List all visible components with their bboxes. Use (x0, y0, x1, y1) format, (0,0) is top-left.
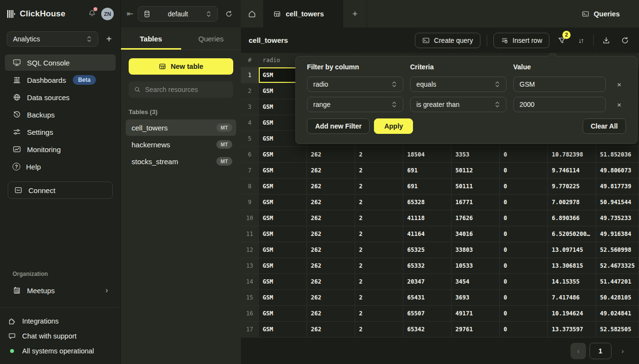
table-cell[interactable]: 65431 (403, 290, 452, 306)
table-cell[interactable]: 16771 (452, 195, 500, 210)
table-cell[interactable]: 2 (355, 258, 403, 274)
table-cell[interactable]: 262 (307, 242, 355, 258)
table-cell[interactable]: GSM (259, 179, 307, 195)
table-cell[interactable]: 0 (500, 195, 548, 210)
table-cell[interactable]: 2 (355, 195, 403, 210)
table-cell[interactable]: 2 (355, 210, 403, 226)
table-cell[interactable]: 13.306815 (548, 258, 596, 274)
table-cell[interactable]: 0 (500, 163, 548, 179)
current-page-button[interactable]: 1 (589, 343, 612, 359)
queries-button[interactable]: Queries (582, 10, 620, 18)
table-cell[interactable]: 7.417486 (548, 290, 596, 306)
table-cell[interactable]: 33803 (452, 242, 500, 258)
table-cell[interactable]: 0 (500, 210, 548, 226)
create-query-button[interactable]: Create query (415, 33, 480, 48)
row-number[interactable]: 17 (241, 322, 259, 338)
sidebar-item-settings[interactable]: Settings (5, 124, 116, 140)
row-number[interactable]: 4 (241, 115, 259, 131)
table-cell[interactable]: 49.806073 (596, 163, 639, 179)
table-cell[interactable]: 49.817739 (596, 179, 639, 195)
table-cell[interactable]: 2 (355, 147, 403, 163)
table-cell[interactable]: 49.735233 (596, 210, 639, 226)
table-cell[interactable]: 49171 (452, 306, 500, 322)
system-status[interactable]: All systems operational (0, 343, 120, 358)
remove-filter-button[interactable]: × (612, 101, 626, 109)
table-cell[interactable]: GSM (259, 242, 307, 258)
row-number[interactable]: 14 (241, 274, 259, 290)
table-cell[interactable]: GSM (259, 147, 307, 163)
table-cell[interactable]: 10.194624 (548, 306, 596, 322)
table-cell[interactable]: 51.447201 (596, 274, 639, 290)
row-number[interactable]: 1 (241, 67, 259, 83)
row-number[interactable]: 12 (241, 242, 259, 258)
table-cell[interactable]: 52.582505 (596, 322, 639, 338)
table-cell[interactable]: GSM (259, 274, 307, 290)
refresh-button[interactable] (619, 34, 631, 47)
table-cell[interactable]: 52.560998 (596, 242, 639, 258)
workspace-select[interactable]: Analytics (7, 31, 98, 47)
filter-criteria-select[interactable]: equals (410, 77, 506, 92)
table-cell[interactable]: 3693 (452, 290, 500, 306)
table-cell[interactable]: 65507 (403, 306, 452, 322)
table-cell[interactable]: 0 (500, 258, 548, 274)
table-cell[interactable]: 691 (403, 179, 452, 195)
table-cell[interactable]: 3353 (452, 147, 500, 163)
row-number[interactable]: 2 (241, 83, 259, 99)
table-cell[interactable]: 9.770225 (548, 179, 596, 195)
table-cell[interactable]: 41164 (403, 226, 452, 242)
row-number[interactable]: 15 (241, 290, 259, 306)
table-cell[interactable]: 2 (355, 226, 403, 242)
connect-button[interactable]: Connect (8, 182, 113, 199)
filter-value-input[interactable] (513, 77, 606, 92)
apply-filters-button[interactable]: Apply (374, 118, 413, 134)
table-cell[interactable]: 13.097145 (548, 242, 596, 258)
next-page-button[interactable]: › (615, 343, 630, 359)
table-cell[interactable]: 0 (500, 242, 548, 258)
table-cell[interactable]: 14.15355 (548, 274, 596, 290)
filter-criteria-select[interactable]: is greater than (410, 97, 506, 112)
sidebar-item-help[interactable]: ? Help (5, 158, 116, 175)
filter-value-input[interactable] (513, 97, 606, 112)
sidebar-item-data-sources[interactable]: Data sources (5, 89, 116, 105)
row-number[interactable]: 3 (241, 99, 259, 115)
previous-page-button[interactable]: ‹ (571, 343, 586, 359)
table-cell[interactable]: 2 (355, 242, 403, 258)
tab-tables[interactable]: Tables (121, 27, 181, 50)
insert-row-button[interactable]: Insert row (493, 33, 549, 48)
table-cell[interactable]: 2 (355, 179, 403, 195)
list-item-hackernews[interactable]: hackernews MT (126, 136, 236, 153)
add-workspace-button[interactable]: + (104, 33, 114, 45)
row-number[interactable]: 16 (241, 306, 259, 322)
collapse-panel-button[interactable]: ⇤ (127, 9, 133, 18)
table-cell[interactable]: 52.4673325 (596, 258, 639, 274)
table-cell[interactable]: GSM (259, 226, 307, 242)
new-table-button[interactable]: New table (129, 58, 233, 75)
row-number[interactable]: 8 (241, 179, 259, 195)
sidebar-item-sql-console[interactable]: SQL Console (5, 54, 116, 71)
table-cell[interactable]: 0 (500, 274, 548, 290)
table-cell[interactable]: 262 (307, 195, 355, 210)
list-item-cell-towers[interactable]: cell_towers MT (126, 119, 236, 136)
row-number[interactable]: 5 (241, 131, 259, 147)
new-tab-button[interactable]: + (343, 0, 367, 27)
row-number-header[interactable]: # (241, 53, 259, 67)
table-cell[interactable]: 262 (307, 179, 355, 195)
add-filter-button[interactable]: Add new Filter (307, 118, 370, 134)
table-cell[interactable]: 691 (403, 163, 452, 179)
row-number[interactable]: 6 (241, 147, 259, 163)
notifications-button[interactable] (88, 9, 96, 19)
table-cell[interactable]: 2 (355, 163, 403, 179)
table-cell[interactable]: 0 (500, 226, 548, 242)
sidebar-item-chat-support[interactable]: Chat with support (0, 328, 120, 343)
table-cell[interactable]: 262 (307, 258, 355, 274)
tab-queries[interactable]: Queries (181, 27, 241, 50)
table-cell[interactable]: 262 (307, 210, 355, 226)
filter-column-select[interactable]: range (307, 97, 403, 112)
sidebar-item-backups[interactable]: Backups (5, 106, 116, 123)
table-cell[interactable]: 9.746114 (548, 163, 596, 179)
table-cell[interactable]: 50.941544 (596, 195, 639, 210)
table-cell[interactable]: 10.782398 (548, 147, 596, 163)
table-cell[interactable]: 51.852036 (596, 147, 639, 163)
table-cell[interactable]: 2 (355, 322, 403, 338)
table-cell[interactable]: 7.002978 (548, 195, 596, 210)
